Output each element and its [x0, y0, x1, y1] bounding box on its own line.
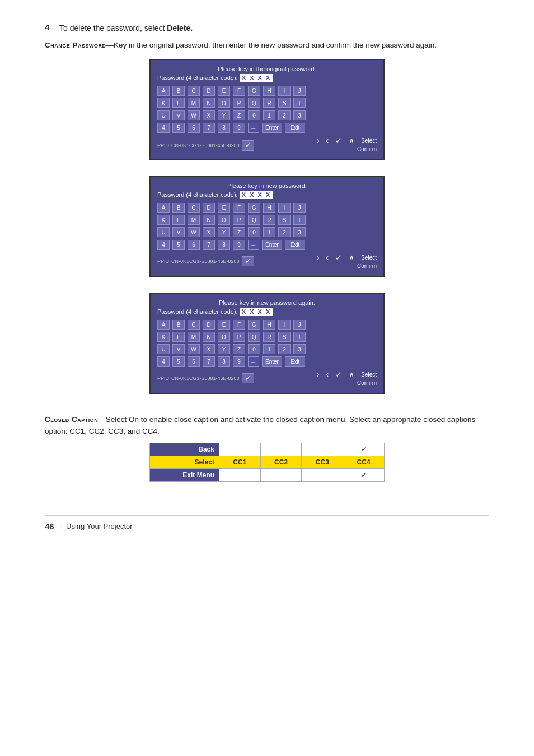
kb3-P[interactable]: P	[233, 332, 245, 342]
kb3-S[interactable]: S	[278, 332, 291, 342]
kb3-nav-up[interactable]: ∧	[349, 370, 354, 379]
kb3-2[interactable]: 2	[278, 344, 291, 354]
kb3-W[interactable]: W	[188, 344, 200, 354]
kb-key-P[interactable]: P	[233, 98, 245, 108]
kb2-nav-check[interactable]: ✓	[335, 253, 342, 262]
kb3-Z[interactable]: Z	[233, 344, 245, 354]
kb2-I[interactable]: I	[278, 203, 291, 213]
kb3-9[interactable]: 9	[233, 356, 245, 367]
kb2-P[interactable]: P	[233, 215, 245, 225]
kb-key-6[interactable]: 6	[188, 123, 200, 133]
kb2-0[interactable]: 0	[248, 227, 260, 237]
kb2-E[interactable]: E	[218, 203, 230, 213]
kb-key-1[interactable]: 1	[263, 110, 275, 120]
kb2-R[interactable]: R	[263, 215, 275, 225]
kb3-8[interactable]: 8	[218, 356, 230, 367]
kb3-Y[interactable]: Y	[218, 344, 230, 354]
kb-key-L[interactable]: L	[172, 98, 185, 108]
cc-cc2[interactable]: CC2	[260, 456, 302, 468]
kb1-nav-left[interactable]: ‹	[326, 136, 329, 145]
kb2-2[interactable]: 2	[278, 227, 291, 237]
kb2-1[interactable]: 1	[263, 227, 275, 237]
kb3-B[interactable]: B	[172, 320, 185, 330]
kb-key-N[interactable]: N	[203, 98, 215, 108]
kb2-check-icon[interactable]: ✓	[242, 256, 254, 266]
kb2-V[interactable]: V	[172, 227, 185, 237]
kb2-O[interactable]: O	[218, 215, 230, 225]
kb2-K[interactable]: K	[157, 215, 170, 225]
kb2-enter[interactable]: Enter	[262, 240, 282, 250]
kb-key-R[interactable]: R	[263, 98, 275, 108]
kb-key-5[interactable]: 5	[172, 123, 185, 133]
kb1-nav-right[interactable]: ›	[317, 136, 320, 145]
kb3-F[interactable]: F	[233, 320, 245, 330]
kb-key-3[interactable]: 3	[293, 110, 306, 120]
kb3-L[interactable]: L	[172, 332, 185, 342]
kb-key-exit[interactable]: Exit	[285, 123, 305, 133]
kb2-A[interactable]: A	[157, 203, 170, 213]
kb3-G[interactable]: G	[248, 320, 260, 330]
kb3-U[interactable]: U	[157, 344, 170, 354]
kb-key-backspace[interactable]: ←	[248, 123, 259, 133]
kb2-6[interactable]: 6	[188, 240, 200, 250]
kb2-H[interactable]: H	[263, 203, 275, 213]
kb3-O[interactable]: O	[218, 332, 230, 342]
kb2-7[interactable]: 7	[203, 240, 215, 250]
kb1-check-icon[interactable]: ✓	[242, 140, 254, 151]
kb3-A[interactable]: A	[157, 320, 170, 330]
kb-key-I[interactable]: I	[278, 86, 291, 96]
kb-key-C[interactable]: C	[188, 86, 200, 96]
kb3-I[interactable]: I	[278, 320, 291, 330]
kb3-Q[interactable]: Q	[248, 332, 260, 342]
kb1-nav-check[interactable]: ✓	[335, 136, 342, 145]
cc-cc1[interactable]: CC1	[219, 456, 260, 468]
kb-key-S[interactable]: S	[278, 98, 291, 108]
kb-key-D[interactable]: D	[203, 86, 215, 96]
kb3-nav-right[interactable]: ›	[317, 370, 320, 379]
kb2-nav-right[interactable]: ›	[317, 253, 320, 262]
kb3-M[interactable]: M	[188, 332, 200, 342]
kb-key-J[interactable]: J	[293, 86, 306, 96]
kb2-G[interactable]: G	[248, 203, 260, 213]
kb3-nav-left[interactable]: ‹	[326, 370, 329, 379]
kb-key-H[interactable]: H	[263, 86, 275, 96]
kb-key-8[interactable]: 8	[218, 123, 230, 133]
cc-cc4[interactable]: CC4	[343, 456, 385, 468]
kb2-W[interactable]: W	[188, 227, 200, 237]
kb2-Z[interactable]: Z	[233, 227, 245, 237]
kb2-M[interactable]: M	[188, 215, 200, 225]
kb2-nav-up[interactable]: ∧	[349, 253, 354, 262]
kb-key-G[interactable]: G	[248, 86, 260, 96]
kb3-7[interactable]: 7	[203, 356, 215, 367]
kb2-3[interactable]: 3	[293, 227, 306, 237]
kb3-C[interactable]: C	[188, 320, 200, 330]
kb2-U[interactable]: U	[157, 227, 170, 237]
kb3-3[interactable]: 3	[293, 344, 306, 354]
kb2-B[interactable]: B	[172, 203, 185, 213]
kb2-Q[interactable]: Q	[248, 215, 260, 225]
kb3-T[interactable]: T	[293, 332, 306, 342]
kb-key-X[interactable]: X	[203, 110, 215, 120]
kb-key-A[interactable]: A	[157, 86, 170, 96]
kb3-exit[interactable]: Exit	[285, 356, 305, 367]
kb-key-T[interactable]: T	[293, 98, 306, 108]
kb2-5[interactable]: 5	[172, 240, 185, 250]
kb2-L[interactable]: L	[172, 215, 185, 225]
kb3-K[interactable]: K	[157, 332, 170, 342]
kb3-N[interactable]: N	[203, 332, 215, 342]
kb3-4[interactable]: 4	[157, 356, 170, 367]
kb-key-7[interactable]: 7	[203, 123, 215, 133]
kb3-1[interactable]: 1	[263, 344, 275, 354]
kb2-exit[interactable]: Exit	[285, 240, 305, 250]
kb1-nav-up[interactable]: ∧	[349, 136, 354, 145]
kb2-9[interactable]: 9	[233, 240, 245, 250]
kb3-6[interactable]: 6	[188, 356, 200, 367]
kb-key-V[interactable]: V	[172, 110, 185, 120]
kb2-Y[interactable]: Y	[218, 227, 230, 237]
kb2-N[interactable]: N	[203, 215, 215, 225]
kb2-4[interactable]: 4	[157, 240, 170, 250]
kb3-0[interactable]: 0	[248, 344, 260, 354]
kb2-C[interactable]: C	[188, 203, 200, 213]
kb-key-U[interactable]: U	[157, 110, 170, 120]
kb3-R[interactable]: R	[263, 332, 275, 342]
